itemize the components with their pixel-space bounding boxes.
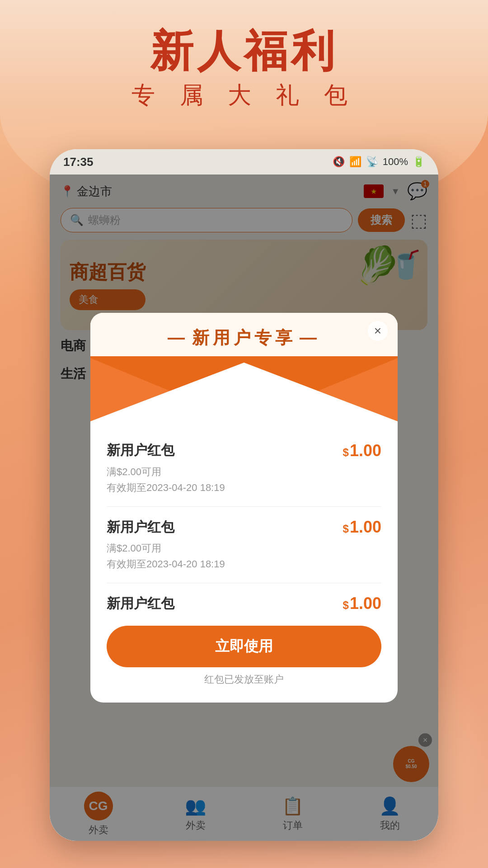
coupon-row-2: 新用户红包 $1.00 bbox=[107, 518, 381, 537]
coupon-currency-1: $ bbox=[343, 446, 349, 458]
coupon-currency-2: $ bbox=[343, 523, 349, 535]
mute-icon: 🔇 bbox=[333, 156, 345, 168]
coupon-item-3: 新用户红包 $1.00 bbox=[107, 583, 381, 617]
coupon-name-2: 新用户红包 bbox=[107, 518, 174, 537]
modal-header-text: 新用户专享 bbox=[164, 326, 324, 349]
status-bar: 17:35 🔇 📶 📡 100% 🔋 bbox=[50, 149, 438, 175]
modal: × 新用户专享 bbox=[90, 313, 398, 703]
coupon-desc-1: 满$2.00可用 有效期至2023-04-20 18:19 bbox=[107, 464, 381, 495]
coupon-amount-3: $1.00 bbox=[343, 594, 381, 613]
wifi-icon: 📶 bbox=[349, 156, 361, 168]
use-hint: 红包已发放至账户 bbox=[107, 673, 381, 693]
header-subtitle: 专 属 大 礼 包 bbox=[0, 80, 488, 111]
app-content: 📍 金边市 ★ ▼ 💬 1 🔍 螺蛳粉 搜索 ⬚ bbox=[50, 175, 438, 841]
coupon-item-1: 新用户红包 $1.00 满$2.00可用 有效期至2023-04-20 18:1… bbox=[107, 430, 381, 507]
header-section: 新人福利 专 属 大 礼 包 bbox=[0, 27, 488, 111]
modal-body: 新用户红包 $1.00 满$2.00可用 有效期至2023-04-20 18:1… bbox=[90, 421, 398, 703]
phone-frame: 17:35 🔇 📶 📡 100% 🔋 📍 金边市 ★ ▼ 💬 bbox=[50, 149, 438, 841]
coupon-name-3: 新用户红包 bbox=[107, 594, 174, 613]
battery-icon: 🔋 bbox=[413, 156, 425, 168]
battery-text: 100% bbox=[383, 156, 408, 168]
coupon-amount-1: $1.00 bbox=[343, 441, 381, 460]
coupon-row-1: 新用户红包 $1.00 bbox=[107, 441, 381, 460]
signal-icon: 📡 bbox=[366, 156, 378, 168]
coupon-currency-3: $ bbox=[343, 599, 349, 611]
coupon-desc-2: 满$2.00可用 有效期至2023-04-20 18:19 bbox=[107, 540, 381, 572]
coupon-amount-2: $1.00 bbox=[343, 518, 381, 537]
modal-overlay[interactable]: × 新用户专享 bbox=[50, 175, 438, 841]
coupon-row-3: 新用户红包 $1.00 bbox=[107, 594, 381, 613]
envelope-flap bbox=[90, 358, 398, 421]
envelope-triangle bbox=[90, 363, 398, 421]
status-icons: 🔇 📶 📡 100% 🔋 bbox=[333, 156, 425, 168]
header-title: 新人福利 bbox=[0, 27, 488, 75]
modal-header: 新用户专享 bbox=[90, 313, 398, 421]
use-button[interactable]: 立即使用 bbox=[107, 626, 381, 667]
coupon-item-2: 新用户红包 $1.00 满$2.00可用 有效期至2023-04-20 18:1… bbox=[107, 507, 381, 583]
status-time: 17:35 bbox=[63, 155, 94, 169]
coupon-name-1: 新用户红包 bbox=[107, 441, 174, 460]
modal-close-button[interactable]: × bbox=[368, 321, 388, 341]
